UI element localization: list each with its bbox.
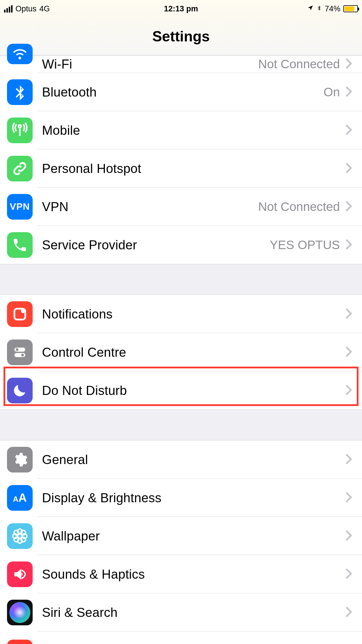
status-right: 74% xyxy=(307,4,358,13)
status-bar: Optus 4G 12:13 pm 74% xyxy=(0,0,362,18)
chevron-right-icon xyxy=(345,491,352,504)
siri-icon xyxy=(7,600,33,625)
svg-point-5 xyxy=(21,354,24,356)
gear-icon xyxy=(7,447,33,473)
settings-list[interactable]: Wi-Fi Not Connected Bluetooth On Mobile xyxy=(0,55,362,644)
row-value: YES OPTUS xyxy=(270,238,340,252)
row-wifi[interactable]: Wi-Fi Not Connected xyxy=(0,55,362,73)
row-control-centre[interactable]: Control Centre xyxy=(0,333,362,371)
location-icon xyxy=(307,5,314,13)
row-sounds-haptics[interactable]: Sounds & Haptics xyxy=(0,555,362,593)
chevron-right-icon xyxy=(345,606,352,619)
status-left: Optus 4G xyxy=(4,4,50,13)
chevron-right-icon xyxy=(345,530,352,542)
link-icon xyxy=(7,156,33,181)
speaker-icon xyxy=(7,561,33,587)
chevron-right-icon xyxy=(345,124,352,137)
chevron-right-icon xyxy=(345,453,352,466)
bluetooth-icon xyxy=(7,79,33,105)
row-general[interactable]: General xyxy=(0,440,362,479)
row-touchid[interactable] xyxy=(0,631,362,644)
row-label: Display & Brightness xyxy=(42,491,345,505)
chevron-right-icon xyxy=(345,58,352,71)
row-value: On xyxy=(324,85,340,99)
vpn-icon: VPN xyxy=(7,194,33,220)
row-siri-search[interactable]: Siri & Search xyxy=(0,593,362,631)
row-value: Not Connected xyxy=(258,57,340,71)
row-label: Bluetooth xyxy=(42,85,324,99)
network-type: 4G xyxy=(39,4,50,13)
row-label: VPN xyxy=(42,200,258,214)
section-connectivity: Wi-Fi Not Connected Bluetooth On Mobile xyxy=(0,55,362,264)
battery-icon xyxy=(343,5,358,12)
page-title: Settings xyxy=(152,28,210,45)
section-separator xyxy=(0,264,362,295)
row-label: Sounds & Haptics xyxy=(42,567,345,582)
row-bluetooth[interactable]: Bluetooth On xyxy=(0,73,362,111)
row-label: Personal Hotspot xyxy=(42,161,345,176)
carrier-label: Optus xyxy=(15,4,36,13)
clock: 12:13 pm xyxy=(164,4,198,13)
chevron-right-icon xyxy=(345,346,352,359)
row-display-brightness[interactable]: AA Display & Brightness xyxy=(0,479,362,517)
chevron-right-icon xyxy=(345,568,352,581)
row-label: Wallpaper xyxy=(42,529,345,543)
bluetooth-status-icon xyxy=(317,4,322,13)
svg-point-3 xyxy=(16,348,18,351)
chevron-right-icon xyxy=(345,200,352,213)
row-label: Wi-Fi xyxy=(42,57,258,71)
chevron-right-icon xyxy=(345,384,352,397)
row-label: Service Provider xyxy=(42,238,270,252)
text-size-icon: AA xyxy=(7,485,33,511)
chevron-right-icon xyxy=(345,308,352,321)
nav-bar: Settings xyxy=(0,18,362,55)
row-label: Control Centre xyxy=(42,345,345,360)
wifi-icon xyxy=(7,44,33,64)
row-hotspot[interactable]: Personal Hotspot xyxy=(0,149,362,188)
antenna-icon xyxy=(7,118,33,143)
row-label: Do Not Disturb xyxy=(42,383,345,398)
notifications-icon xyxy=(7,301,33,327)
row-value: Not Connected xyxy=(258,200,340,214)
row-label: Notifications xyxy=(42,307,345,321)
row-wallpaper[interactable]: Wallpaper xyxy=(0,517,362,555)
section-general: General AA Display & Brightness Wallpape… xyxy=(0,440,362,644)
touchid-icon xyxy=(7,640,33,644)
row-mobile[interactable]: Mobile xyxy=(0,111,362,149)
toggles-icon xyxy=(7,340,33,365)
row-label: Siri & Search xyxy=(42,605,345,620)
row-vpn[interactable]: VPN VPN Not Connected xyxy=(0,188,362,226)
phone-icon xyxy=(7,232,33,258)
chevron-right-icon xyxy=(345,239,352,251)
section-notifications: Notifications Control Centre Do Not Dist… xyxy=(0,295,362,410)
moon-icon xyxy=(7,378,33,403)
flower-icon xyxy=(7,523,33,549)
row-do-not-disturb[interactable]: Do Not Disturb xyxy=(0,371,362,410)
battery-percent: 74% xyxy=(325,4,340,13)
svg-point-1 xyxy=(21,308,26,313)
signal-strength-icon xyxy=(4,5,13,13)
row-notifications[interactable]: Notifications xyxy=(0,295,362,333)
row-label: General xyxy=(42,452,345,467)
chevron-right-icon xyxy=(345,162,352,175)
row-service-provider[interactable]: Service Provider YES OPTUS xyxy=(0,226,362,264)
chevron-right-icon xyxy=(345,86,352,99)
section-separator xyxy=(0,410,362,440)
row-label: Mobile xyxy=(42,123,345,138)
